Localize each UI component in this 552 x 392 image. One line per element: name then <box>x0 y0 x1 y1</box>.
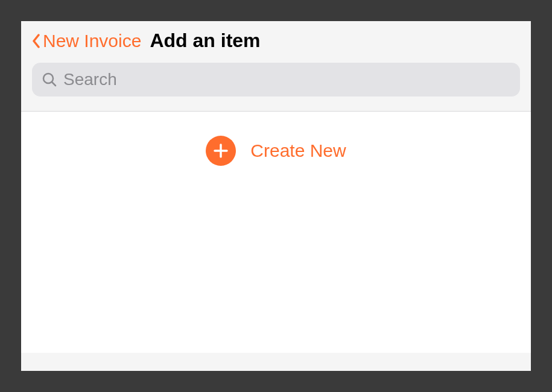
search-container <box>21 52 531 111</box>
search-field[interactable] <box>32 63 520 96</box>
plus-icon <box>206 136 236 166</box>
svg-line-1 <box>52 82 56 86</box>
app-frame: New Invoice Add an item Crea <box>21 21 531 371</box>
nav-row: New Invoice Add an item <box>32 30 520 52</box>
create-new-button[interactable]: Create New <box>21 136 531 166</box>
header: New Invoice Add an item <box>21 21 531 52</box>
content-area: Create New <box>21 112 531 353</box>
page-title: Add an item <box>150 30 260 52</box>
search-input[interactable] <box>63 70 510 89</box>
create-new-label: Create New <box>250 141 346 161</box>
back-button[interactable]: New Invoice <box>32 31 141 51</box>
chevron-left-icon <box>32 34 40 48</box>
search-icon <box>42 72 57 87</box>
back-label: New Invoice <box>43 31 141 51</box>
